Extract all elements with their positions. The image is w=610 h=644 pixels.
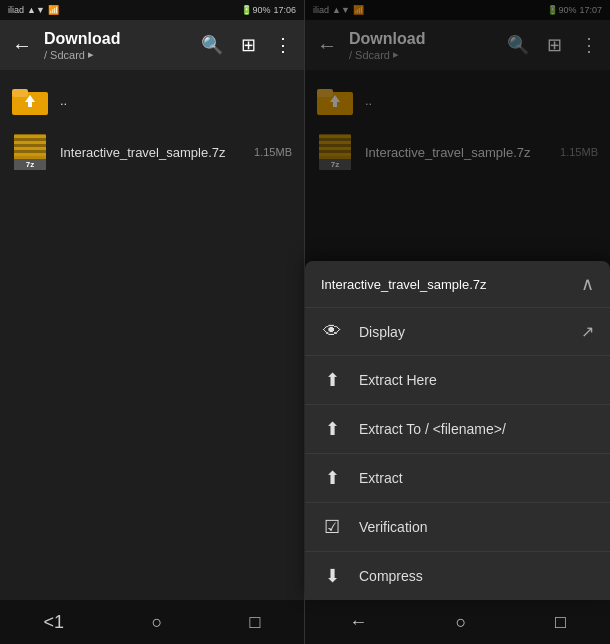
left-toolbar-title-area: Download / Sdcard ▸ (44, 29, 189, 61)
left-bottom-nav: <1 ○ □ (0, 600, 304, 644)
right-bottom-nav: ← ○ □ (305, 600, 610, 644)
context-menu: Interactive_travel_sample.7z ∧ 👁 Display… (305, 261, 610, 600)
list-item[interactable]: .. (0, 74, 304, 126)
extract-here-icon: ⬆ (321, 369, 343, 391)
context-item-extract-label: Extract (359, 470, 594, 486)
context-menu-item-display[interactable]: 👁 Display ↗ (305, 308, 610, 356)
left-parent-folder-icon (12, 82, 48, 118)
left-status-right: 🔋90% 17:06 (241, 5, 296, 15)
context-menu-item-extract-to[interactable]: ⬆ Extract To / <filename>/ (305, 405, 610, 454)
left-path: / Sdcard (44, 49, 85, 61)
context-menu-collapse-button[interactable]: ∧ (581, 273, 594, 295)
left-carrier: iliad (8, 5, 24, 15)
left-archive-name: Interactive_travel_sample.7z (60, 145, 225, 160)
left-status-bar: iliad ▲▼ 📶 🔋90% 17:06 (0, 0, 304, 20)
context-menu-item-verification[interactable]: ☑ Verification (305, 503, 610, 552)
right-panel: iliad ▲▼ 📶 🔋90% 17:07 ← Download / Sdcar… (305, 0, 610, 644)
left-back-button[interactable]: ← (8, 30, 36, 61)
context-menu-item-compress[interactable]: ⬇ Compress (305, 552, 610, 600)
left-grid-button[interactable]: ⊞ (237, 30, 260, 60)
extract-to-icon: ⬆ (321, 418, 343, 440)
right-nav-recents-button[interactable]: □ (539, 604, 582, 641)
context-item-display-label: Display (359, 324, 565, 340)
verification-icon: ☑ (321, 516, 343, 538)
right-nav-back-button[interactable]: ← (333, 604, 383, 641)
right-nav-home-button[interactable]: ○ (440, 604, 483, 641)
context-menu-title: Interactive_travel_sample.7z (321, 277, 486, 292)
left-nav-home-button[interactable]: ○ (135, 604, 178, 641)
left-archive-icon (12, 134, 48, 170)
svg-rect-1 (12, 89, 28, 97)
left-panel: iliad ▲▼ 📶 🔋90% 17:06 ← Download / Sdcar… (0, 0, 305, 644)
context-menu-item-extract[interactable]: ⬆ Extract (305, 454, 610, 503)
left-wifi-icon: 📶 (48, 5, 59, 15)
left-nav-back-button[interactable]: <1 (28, 604, 81, 641)
left-title: Download (44, 29, 189, 48)
context-item-extract-here-label: Extract Here (359, 372, 594, 388)
left-archive-size: 1.15MB (254, 146, 292, 158)
context-item-compress-label: Compress (359, 568, 594, 584)
left-parent-label: .. (60, 93, 67, 108)
left-toolbar-icons: 🔍 ⊞ ⋮ (197, 30, 296, 60)
left-more-button[interactable]: ⋮ (270, 30, 296, 60)
context-menu-header: Interactive_travel_sample.7z ∧ (305, 261, 610, 308)
eye-icon: 👁 (321, 321, 343, 342)
left-file-list: .. Interactive_travel_sample.7z 1.15MB (0, 70, 304, 600)
left-time: 17:06 (273, 5, 296, 15)
external-link-icon: ↗ (581, 322, 594, 341)
left-signal-icon: ▲▼ (27, 5, 45, 15)
left-toolbar: ← Download / Sdcard ▸ 🔍 ⊞ ⋮ (0, 20, 304, 70)
compress-icon: ⬇ (321, 565, 343, 587)
left-search-button[interactable]: 🔍 (197, 30, 227, 60)
left-nav-recents-button[interactable]: □ (233, 604, 276, 641)
left-status-left: iliad ▲▼ 📶 (8, 5, 59, 15)
extract-icon: ⬆ (321, 467, 343, 489)
left-battery: 🔋90% (241, 5, 270, 15)
context-item-extract-to-label: Extract To / <filename>/ (359, 421, 594, 437)
list-item[interactable]: Interactive_travel_sample.7z 1.15MB (0, 126, 304, 178)
context-menu-item-extract-here[interactable]: ⬆ Extract Here (305, 356, 610, 405)
left-subtitle: / Sdcard ▸ (44, 48, 189, 61)
left-triangle-icon: ▸ (88, 48, 94, 61)
context-item-verification-label: Verification (359, 519, 594, 535)
